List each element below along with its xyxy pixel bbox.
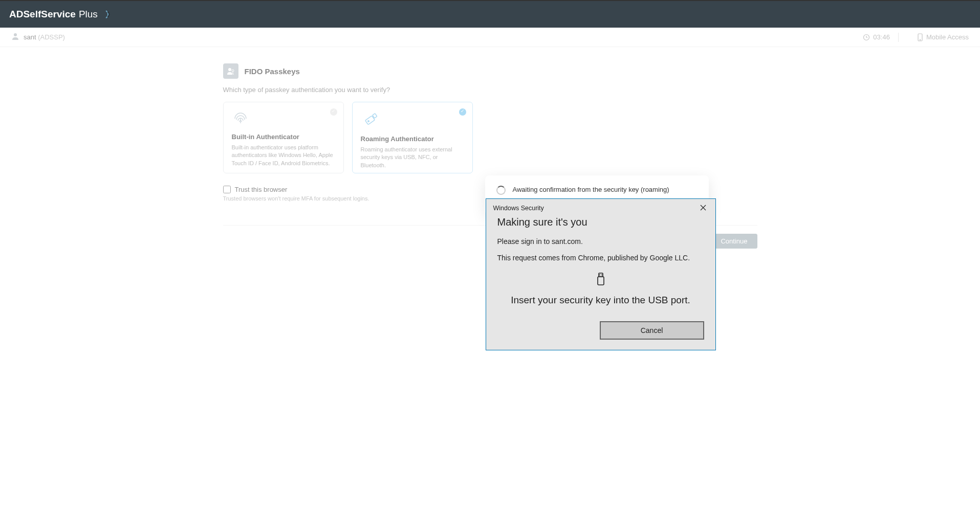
svg-point-8 xyxy=(367,121,368,122)
svg-point-5 xyxy=(232,70,234,72)
mobile-access-link[interactable]: Mobile Access xyxy=(917,33,969,41)
check-indicator-icon xyxy=(459,108,466,116)
ws-heading: Making sure it's you xyxy=(497,216,704,228)
ws-close-button[interactable] xyxy=(698,203,708,213)
ws-cancel-button[interactable]: Cancel xyxy=(600,321,704,340)
section-header: FIDO Passkeys xyxy=(223,63,772,79)
svg-point-1 xyxy=(864,34,869,40)
brand-bold: ADSelfService xyxy=(9,9,76,20)
svg-point-0 xyxy=(14,33,17,36)
trust-browser-checkbox[interactable] xyxy=(223,186,231,193)
card-title: Built-in Authenticator xyxy=(232,133,335,141)
user-domain-text: (ADSSP) xyxy=(38,33,65,41)
fingerprint-icon xyxy=(232,109,335,129)
username-text: sant xyxy=(24,33,36,41)
user-silhouette-icon xyxy=(11,32,19,42)
svg-point-4 xyxy=(228,68,231,71)
svg-rect-2 xyxy=(918,34,922,41)
svg-rect-9 xyxy=(599,273,603,277)
ws-signin-line: Please sign in to sant.com. xyxy=(497,237,704,246)
svg-rect-6 xyxy=(365,116,375,124)
ws-dialog-title: Windows Security xyxy=(493,205,544,212)
check-indicator-icon xyxy=(330,108,337,116)
app-header: ADSelfService Plus xyxy=(0,0,980,28)
page-title: FIDO Passkeys xyxy=(245,67,300,76)
svg-rect-10 xyxy=(598,277,604,285)
windows-security-dialog: Windows Security Making sure it's you Pl… xyxy=(486,198,716,350)
brand-light: Plus xyxy=(79,9,98,20)
usb-icon xyxy=(497,272,704,288)
divider xyxy=(898,33,899,42)
brand-arc-icon xyxy=(103,9,114,20)
session-timer: 03:46 xyxy=(863,33,890,41)
card-description: Roaming authenticator uses external secu… xyxy=(361,146,464,169)
svg-rect-7 xyxy=(372,114,377,118)
card-title: Roaming Authenticator xyxy=(361,135,464,143)
usb-key-icon xyxy=(361,109,464,131)
card-builtin-authenticator[interactable]: Built-in Authenticator Built-in authenti… xyxy=(223,102,344,173)
ws-request-line: This request comes from Chrome, publishe… xyxy=(497,254,704,262)
ws-instruction: Insert your security key into the USB po… xyxy=(503,294,699,307)
section-prompt: Which type of passkey authentication you… xyxy=(223,86,772,94)
passkey-badge-icon xyxy=(223,63,238,79)
mobile-access-label: Mobile Access xyxy=(926,33,969,41)
user-bar: sant (ADSSP) 03:46 Mobile Access xyxy=(0,28,980,47)
continue-button[interactable]: Continue xyxy=(711,234,757,249)
trust-browser-label: Trust this browser xyxy=(235,186,288,193)
card-description: Built-in authenticator uses platform aut… xyxy=(232,144,335,167)
svg-point-3 xyxy=(920,39,920,40)
spinner-icon xyxy=(496,186,506,195)
brand-logo: ADSelfService Plus xyxy=(9,9,114,20)
awaiting-text: Awaiting confirmation from the security … xyxy=(513,185,669,195)
session-time-value: 03:46 xyxy=(873,33,890,41)
card-roaming-authenticator[interactable]: Roaming Authenticator Roaming authentica… xyxy=(352,102,473,173)
